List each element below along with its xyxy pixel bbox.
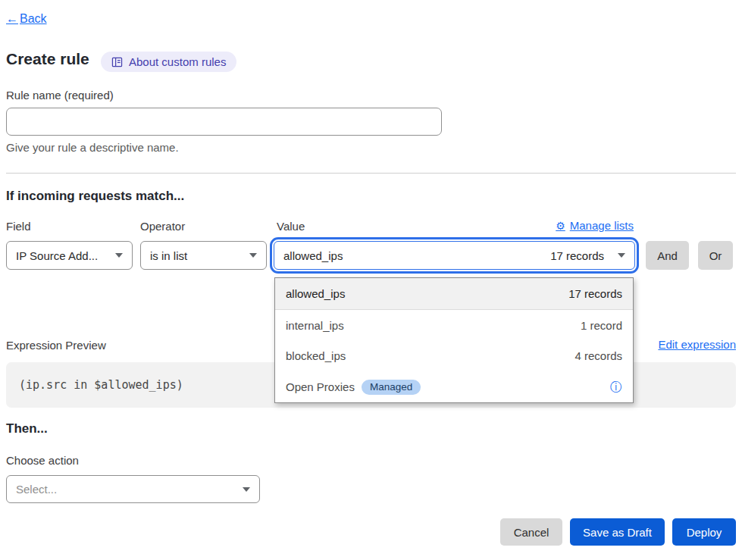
- chevron-down-icon: [115, 253, 123, 258]
- value-select-value: allowed_ips: [283, 249, 343, 262]
- dropdown-item-open-proxies[interactable]: Open Proxies Managed ⓘ: [275, 371, 633, 402]
- manage-lists-label: Manage lists: [570, 219, 634, 232]
- page-title: Create rule: [6, 50, 89, 68]
- back-arrow-icon: ←: [6, 12, 18, 26]
- cancel-button[interactable]: Cancel: [500, 518, 562, 546]
- list-records: 17 records: [568, 287, 622, 300]
- rule-name-helper: Give your rule a descriptive name.: [6, 141, 179, 154]
- dropdown-item-internal-ips[interactable]: internal_ips 1 record: [275, 310, 633, 341]
- dropdown-item-blocked-ips[interactable]: blocked_ips 4 records: [275, 341, 633, 372]
- then-section-title: Then...: [6, 421, 48, 436]
- value-label: Value: [277, 220, 305, 233]
- field-select-value: IP Source Add...: [16, 249, 98, 262]
- back-label: Back: [20, 12, 47, 26]
- deploy-button[interactable]: Deploy: [672, 518, 736, 546]
- chevron-down-icon: [249, 253, 257, 258]
- list-name: allowed_ips: [286, 287, 345, 300]
- operator-select[interactable]: is in list: [140, 241, 267, 270]
- operator-select-value: is in list: [150, 249, 187, 262]
- section-divider: [6, 173, 736, 174]
- back-link[interactable]: ←Back: [6, 12, 47, 26]
- value-select[interactable]: allowed_ips 17 records: [274, 241, 635, 270]
- or-button[interactable]: Or: [698, 241, 733, 270]
- action-select-placeholder: Select...: [16, 483, 57, 496]
- rule-name-input[interactable]: [6, 108, 442, 136]
- field-select[interactable]: IP Source Add...: [6, 241, 133, 270]
- expression-code: (ip.src in $allowed_ips): [19, 378, 183, 392]
- managed-badge: Managed: [362, 380, 421, 395]
- expression-preview-label: Expression Preview: [6, 339, 106, 352]
- edit-expression-link[interactable]: Edit expression: [658, 338, 736, 351]
- and-button[interactable]: And: [646, 241, 689, 270]
- create-rule-page: ←Back Create rule About custom rules Rul…: [0, 0, 742, 560]
- about-custom-rules-link[interactable]: About custom rules: [101, 52, 236, 72]
- list-name: Open Proxies: [286, 380, 355, 393]
- value-dropdown-menu: allowed_ips 17 records internal_ips 1 re…: [274, 277, 634, 403]
- gear-icon: ⚙: [556, 221, 565, 231]
- chevron-down-icon: [243, 487, 250, 492]
- match-section-title: If incoming requests match...: [6, 189, 184, 204]
- list-name: internal_ips: [286, 319, 344, 332]
- about-label: About custom rules: [129, 55, 226, 68]
- rule-name-label: Rule name (required): [6, 89, 114, 102]
- operator-label: Operator: [140, 220, 185, 233]
- dropdown-item-allowed-ips[interactable]: allowed_ips 17 records: [275, 278, 633, 310]
- info-icon[interactable]: ⓘ: [610, 381, 622, 393]
- action-select[interactable]: Select...: [6, 475, 260, 503]
- manage-lists-link[interactable]: ⚙ Manage lists: [556, 219, 634, 232]
- book-open-icon: [111, 57, 123, 67]
- choose-action-label: Choose action: [6, 454, 79, 467]
- chevron-down-icon: [618, 253, 625, 258]
- field-label: Field: [6, 220, 31, 233]
- value-select-records: 17 records: [550, 249, 604, 262]
- save-as-draft-button[interactable]: Save as Draft: [570, 518, 665, 546]
- list-records: 1 record: [581, 319, 622, 332]
- list-records: 4 records: [575, 349, 622, 362]
- list-name: blocked_ips: [286, 349, 346, 362]
